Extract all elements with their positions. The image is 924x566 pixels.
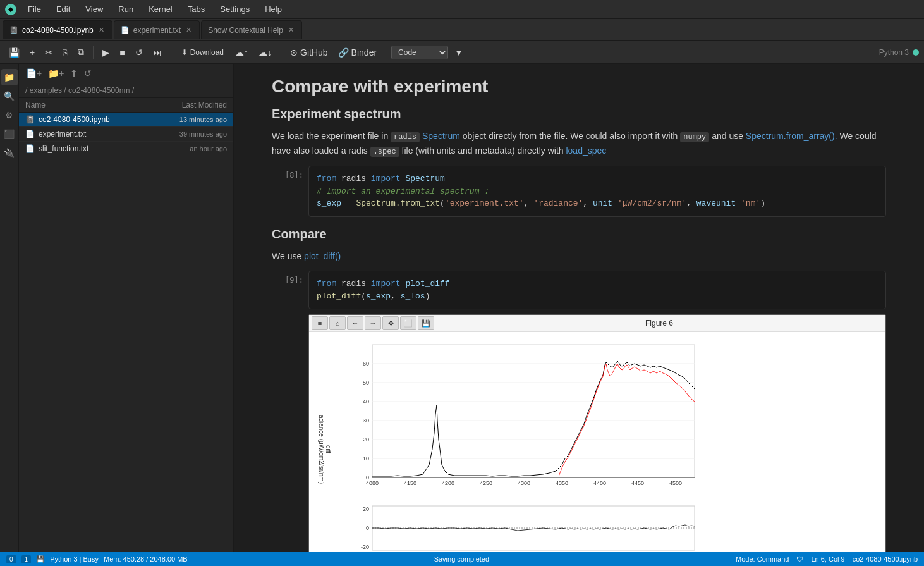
run-button[interactable]: ▶	[99, 46, 113, 59]
y-diff-label: diff	[325, 445, 332, 453]
sidebar-icon-plugins[interactable]: 🔌	[1, 145, 18, 161]
figure-body: diff adiance (μW/cm2/sr/nm)	[309, 332, 885, 552]
sidebar-icon-search[interactable]: 🔍	[1, 88, 18, 104]
menu-help[interactable]: Help	[261, 3, 286, 15]
menu-bar: ◆ File Edit View Run Kernel Tabs Setting…	[0, 0, 924, 19]
experiment-description: We load the experiment file in radis Spe…	[272, 129, 886, 158]
edit-mode: Mode: Command	[736, 555, 789, 563]
file-row[interactable]: 📄 experiment.txt 39 minutes ago	[19, 127, 233, 142]
file-row[interactable]: 📓 co2-4080-4500.ipynb 13 minutes ago	[19, 113, 233, 127]
upload-button[interactable]: ⬆	[68, 66, 80, 80]
notebook-tab-close[interactable]: ✕	[97, 26, 106, 34]
svg-text:60: 60	[363, 360, 369, 367]
refresh-button[interactable]: ↺	[82, 66, 94, 80]
file-icon: 📄	[25, 144, 35, 153]
menu-run[interactable]: Run	[114, 3, 137, 15]
restart-button[interactable]: ↺	[131, 46, 147, 59]
experiment-tab-close[interactable]: ✕	[185, 26, 193, 34]
col-modified-header[interactable]: Last Modified	[132, 101, 227, 109]
figure-forward-button[interactable]: →	[365, 316, 381, 330]
file-modified: 39 minutes ago	[132, 130, 227, 138]
tab-help[interactable]: Show Contextual Help ✕	[201, 20, 302, 39]
figure-menu-button[interactable]: ≡	[312, 316, 328, 330]
help-tab-label: Show Contextual Help	[208, 26, 283, 35]
sidebar-icon-extensions[interactable]: ⬛	[1, 126, 18, 142]
tab-experiment[interactable]: 📄 experiment.txt ✕	[114, 20, 200, 39]
fast-forward-button[interactable]: ⏭	[149, 46, 166, 59]
cursor-position: Ln 6, Col 9	[811, 555, 844, 563]
file-name: 📓 co2-4080-4500.ipynb	[25, 115, 132, 124]
upload-cloud-button[interactable]: ☁↑	[231, 46, 252, 59]
cell-type-select[interactable]: Code Markdown Raw	[391, 46, 448, 59]
cut-button[interactable]: ✂	[41, 46, 56, 59]
svg-text:40: 40	[363, 398, 369, 405]
figure-back-button[interactable]: ←	[347, 316, 363, 330]
chart-area: diff adiance (μW/cm2/sr/nm)	[315, 338, 879, 552]
cell-8-code[interactable]: from radis import Spectrum # Import an e…	[308, 166, 886, 217]
notebook-title: Compare with experiment	[272, 77, 886, 97]
menu-kernel[interactable]: Kernel	[145, 3, 176, 15]
link-load-spec[interactable]: load_spec	[566, 145, 606, 156]
svg-text:4150: 4150	[404, 480, 416, 486]
add-cell-button[interactable]: +	[26, 46, 39, 59]
svg-text:20: 20	[363, 506, 369, 512]
save-button[interactable]: 💾	[5, 46, 23, 59]
figure-save-button[interactable]: 💾	[418, 316, 434, 330]
new-folder-button[interactable]: 📁+	[46, 66, 66, 80]
figure-zoom-button[interactable]: ⬜	[400, 316, 416, 330]
svg-text:4450: 4450	[631, 480, 644, 486]
main-layout: 📁 🔍 ⚙ ⬛ 🔌 📄+ 📁+ ⬆ ↺ / examples / co2-408…	[0, 64, 924, 552]
menu-settings[interactable]: Settings	[216, 3, 253, 15]
github-button[interactable]: ⊙ GitHub	[286, 46, 332, 59]
cell-9-code[interactable]: from radis import plot_diff plot_diff(s_…	[308, 271, 886, 309]
menu-tabs[interactable]: Tabs	[184, 3, 209, 15]
tab-notebook[interactable]: 📓 co2-4080-4500.ipynb ✕	[3, 20, 112, 39]
svg-text:20: 20	[363, 436, 369, 443]
cell-count-badge: 0	[6, 555, 16, 563]
new-file-button[interactable]: 📄+	[24, 66, 44, 80]
status-disk-icon: 💾	[36, 555, 45, 563]
code-line: s_exp = Spectrum.from_txt('experiment.tx…	[317, 197, 878, 210]
paste-button[interactable]: ⧉	[74, 45, 88, 59]
sidebar-icon-settings[interactable]: ⚙	[1, 107, 18, 123]
breadcrumb: / examples / co2-4080-4500nm /	[19, 83, 233, 98]
diff-chart: 20 0 -20	[334, 503, 707, 552]
cell-9-wrapper: [9]: from radis import plot_diff plot_di…	[272, 271, 886, 309]
section-compare: Compare	[272, 227, 886, 242]
kernel-name: Python 3	[879, 48, 909, 57]
experiment-tab-label: experiment.txt	[133, 26, 181, 35]
link-plot-diff[interactable]: plot_diff()	[304, 251, 341, 261]
col-name-header[interactable]: Name	[25, 101, 132, 109]
link-spectrum-from-array[interactable]: Spectrum.from_array().	[746, 131, 837, 141]
file-icon: 📓	[25, 115, 35, 124]
file-row[interactable]: 📄 slit_function.txt an hour ago	[19, 142, 233, 156]
sidebar-icon-files[interactable]: 📁	[1, 69, 18, 85]
copy-button[interactable]: ⎘	[59, 46, 71, 59]
toolbar: 💾 + ✂ ⎘ ⧉ ▶ ■ ↺ ⏭ ⬇ Download ☁↑ ☁↓ ⊙ Git…	[0, 41, 924, 64]
download-button[interactable]: ⬇ Download	[176, 46, 229, 59]
cell-type-dropdown[interactable]: ▼	[451, 46, 467, 59]
stop-button[interactable]: ■	[116, 46, 128, 59]
notebook-area[interactable]: Compare with experiment Experiment spect…	[234, 64, 924, 552]
svg-text:50: 50	[363, 379, 369, 386]
kernel-num-badge: 1	[21, 555, 32, 563]
help-tab-close[interactable]: ✕	[287, 26, 295, 34]
binder-button[interactable]: 🔗 Binder	[334, 46, 380, 59]
code-radis: radis	[391, 132, 420, 142]
svg-text:30: 30	[363, 417, 369, 424]
code-spec: .spec	[370, 147, 399, 157]
notebook-content: Compare with experiment Experiment spect…	[234, 64, 924, 552]
menu-edit[interactable]: Edit	[52, 3, 74, 15]
binder-icon: 🔗	[338, 47, 349, 58]
link-spectrum[interactable]: Spectrum	[422, 131, 460, 141]
code-line: from radis import plot_diff	[317, 278, 878, 290]
code-numpy: numpy	[680, 132, 709, 142]
download-cloud-button[interactable]: ☁↓	[255, 46, 276, 59]
app-logo: ◆	[5, 4, 16, 15]
figure-pan-button[interactable]: ✥	[382, 316, 399, 330]
binder-label: Binder	[351, 47, 377, 58]
menu-view[interactable]: View	[82, 3, 107, 15]
menu-file[interactable]: File	[24, 3, 45, 15]
save-status: Saving completed	[434, 555, 489, 563]
figure-home-button[interactable]: ⌂	[329, 316, 346, 330]
